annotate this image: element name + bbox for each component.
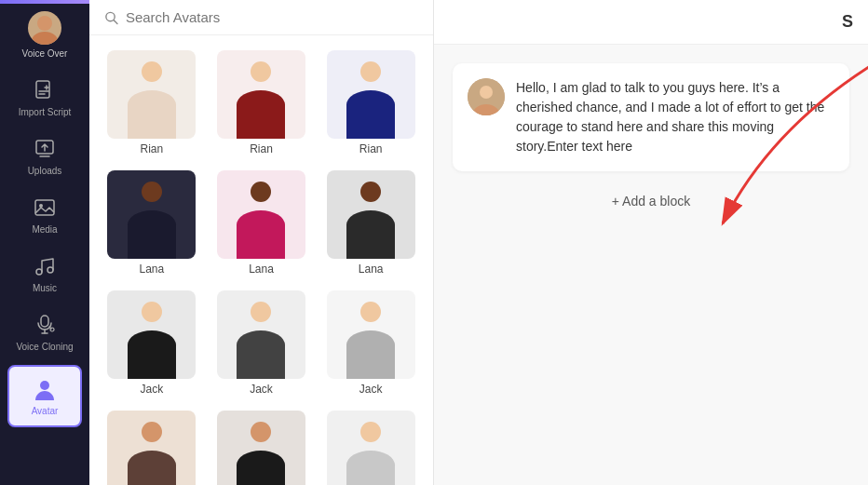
avatar-cell[interactable]: Jack	[97, 283, 207, 403]
sidebar-item-avatar[interactable]: Avatar	[7, 365, 82, 427]
avatar-cell[interactable]: Rian	[97, 43, 207, 163]
svg-line-19	[114, 20, 117, 23]
svg-point-17	[40, 381, 49, 390]
sidebar-label-uploads: Uploads	[28, 166, 62, 176]
avatar-name: Lana	[249, 263, 274, 276]
sidebar-label-media: Media	[32, 224, 57, 235]
sidebar-label-music: Music	[33, 283, 57, 293]
avatar-cell[interactable]: Lana	[316, 163, 426, 283]
sidebar: Voice Over Import Script Uploads	[0, 0, 89, 485]
avatar-name: Rian	[250, 142, 273, 155]
avatar-cell[interactable]: Matt	[97, 403, 207, 485]
avatar-name: Jack	[140, 383, 163, 396]
svg-rect-10	[35, 200, 54, 215]
avatar-cell[interactable]: Jack	[316, 283, 426, 403]
media-icon	[32, 195, 58, 221]
add-block-button[interactable]: + Add a block	[597, 186, 705, 216]
svg-point-13	[47, 267, 53, 273]
message-text: Hello, I am glad to talk to you guys her…	[516, 78, 834, 156]
main-header: S	[434, 0, 868, 45]
avatar-cell[interactable]: Matt	[207, 403, 317, 485]
music-icon	[32, 253, 58, 279]
svg-point-12	[36, 269, 42, 275]
sidebar-item-uploads[interactable]: Uploads	[0, 127, 89, 185]
sidebar-item-import-script[interactable]: Import Script	[0, 68, 89, 127]
avatar-name: Lana	[359, 263, 384, 276]
avatar-icon	[32, 376, 58, 402]
avatar-name: Jack	[250, 383, 273, 396]
voice-over-avatar-icon	[28, 11, 61, 45]
search-icon	[104, 10, 118, 25]
message-block: Hello, I am glad to talk to you guys her…	[453, 63, 849, 171]
voice-cloning-icon	[32, 312, 58, 338]
sidebar-item-media[interactable]: Media	[0, 185, 89, 244]
avatar-grid: Rian Rian Rian Lana Lana Lana	[89, 35, 433, 485]
avatar-name: Lana	[139, 263, 164, 276]
add-block-label: + Add a block	[612, 194, 690, 209]
avatar-cell[interactable]: Jack	[207, 283, 317, 403]
search-bar	[89, 0, 433, 35]
avatar-cell[interactable]: Rian	[316, 43, 426, 163]
avatar-cell[interactable]: Rian	[207, 43, 317, 163]
avatar-cell[interactable]: Lana	[207, 163, 317, 283]
sidebar-label-avatar: Avatar	[32, 406, 59, 416]
search-input[interactable]	[126, 9, 418, 25]
avatar-cell[interactable]: Lily	[316, 403, 426, 485]
svg-point-16	[50, 328, 54, 331]
uploads-icon	[32, 136, 58, 162]
sidebar-item-music[interactable]: Music	[0, 244, 89, 303]
sidebar-label-voice-cloning: Voice Cloning	[16, 342, 73, 352]
sidebar-item-voice-over[interactable]: Voice Over	[0, 4, 89, 68]
sidebar-label-voice-over: Voice Over	[22, 48, 68, 59]
main-content: S Hello, I am glad to talk to you guys h…	[434, 0, 868, 485]
svg-point-0	[37, 16, 52, 31]
presenter-avatar	[468, 78, 505, 115]
avatar-name: Rian	[140, 142, 163, 155]
avatar-name: Rian	[359, 142, 383, 155]
header-initial: S	[842, 12, 853, 32]
avatar-panel: Rian Rian Rian Lana Lana Lana	[89, 0, 434, 485]
svg-point-21	[480, 86, 493, 99]
svg-rect-2	[36, 81, 49, 98]
sidebar-label-import-script: Import Script	[19, 107, 72, 117]
sidebar-item-voice-cloning[interactable]: Voice Cloning	[0, 303, 89, 361]
avatar-cell[interactable]: Lana	[97, 163, 207, 283]
avatar-name: Jack	[359, 383, 383, 396]
message-avatar-icon	[468, 78, 505, 115]
plus-doc-icon	[32, 77, 58, 103]
script-area: Hello, I am glad to talk to you guys her…	[434, 45, 868, 485]
svg-point-1	[32, 32, 58, 45]
